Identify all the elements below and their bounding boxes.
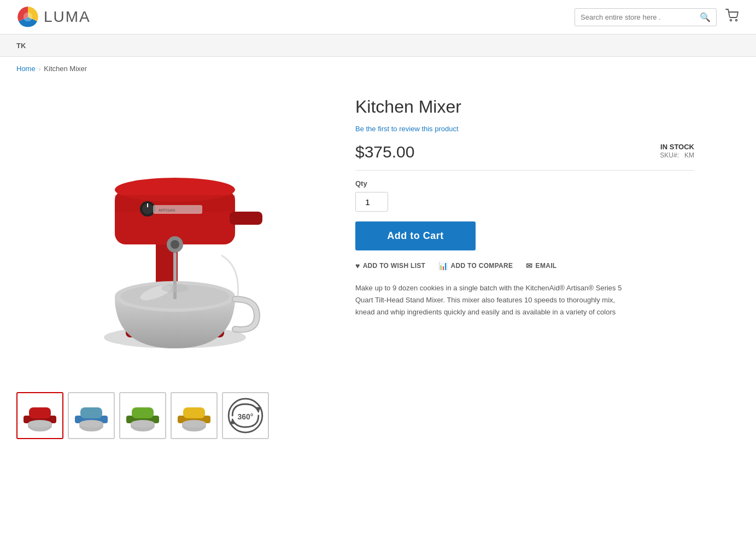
- sku-line: SKU#: KM: [660, 151, 694, 159]
- product-title: Kitchen Mixer: [355, 97, 694, 117]
- qty-input[interactable]: [355, 192, 388, 212]
- sku-value: KM: [684, 151, 694, 159]
- breadcrumb-home-link[interactable]: Home: [16, 65, 36, 73]
- search-input[interactable]: [581, 13, 700, 21]
- svg-rect-40: [183, 407, 205, 418]
- search-box[interactable]: 🔍: [575, 8, 717, 26]
- luma-logo-icon: [16, 5, 39, 28]
- site-header: LUMA 🔍: [0, 0, 756, 34]
- svg-point-42: [182, 420, 206, 428]
- cart-button[interactable]: [725, 9, 740, 25]
- stock-status: IN STOCK: [660, 143, 694, 151]
- product-image-area: ARTISAN: [16, 91, 333, 445]
- product-image-svg: ARTISAN: [71, 102, 279, 365]
- product-thumbnails: 360°: [16, 387, 333, 445]
- svg-text:ARTISAN: ARTISAN: [159, 208, 175, 212]
- cart-icon: [725, 9, 740, 22]
- qty-label: Qty: [355, 179, 694, 188]
- svg-point-26: [161, 284, 189, 293]
- thumbnail-blue[interactable]: [68, 392, 115, 439]
- product-actions: ♥ ADD TO WISH LIST 📊 ADD TO COMPARE ✉ EM…: [355, 261, 694, 270]
- compare-icon: 📊: [438, 261, 448, 270]
- svg-point-2: [730, 20, 732, 21]
- compare-label: ADD TO COMPARE: [451, 262, 513, 270]
- svg-point-30: [28, 420, 52, 428]
- svg-rect-32: [80, 407, 102, 418]
- sku-label: SKU#:: [660, 151, 679, 159]
- thumbnail-360[interactable]: 360°: [222, 392, 269, 439]
- svg-point-17: [171, 240, 179, 249]
- svg-rect-28: [29, 407, 51, 418]
- nav-user-label: TK: [16, 42, 26, 50]
- product-page: ARTISAN: [0, 80, 711, 466]
- add-to-wishlist-link[interactable]: ♥ ADD TO WISH LIST: [355, 261, 425, 270]
- navigation-bar: TK: [0, 34, 756, 57]
- svg-rect-36: [132, 407, 154, 418]
- heart-icon: ♥: [355, 261, 360, 270]
- stock-sku-area: IN STOCK SKU#: KM: [660, 143, 694, 159]
- breadcrumb: Home › Kitchen Mixer: [0, 57, 756, 80]
- logo-text: LUMA: [44, 8, 91, 26]
- product-price: $375.00: [355, 143, 414, 161]
- thumbnail-yellow[interactable]: [171, 392, 218, 439]
- svg-point-3: [736, 20, 737, 21]
- email-link[interactable]: ✉ EMAIL: [526, 261, 556, 270]
- svg-point-38: [131, 420, 155, 428]
- product-details: Kitchen Mixer Be the first to review thi…: [355, 91, 694, 445]
- search-button[interactable]: 🔍: [700, 12, 711, 22]
- add-to-compare-link[interactable]: 📊 ADD TO COMPARE: [438, 261, 513, 270]
- thumbnail-red[interactable]: [16, 392, 63, 439]
- thumbnail-green[interactable]: [119, 392, 166, 439]
- header-right: 🔍: [575, 8, 740, 26]
- price-stock-row: $375.00 IN STOCK SKU#: KM: [355, 143, 694, 171]
- svg-text:360°: 360°: [238, 412, 254, 421]
- review-link[interactable]: Be the first to review this product: [355, 125, 694, 133]
- product-main-image: ARTISAN: [16, 91, 333, 376]
- svg-rect-20: [230, 212, 262, 225]
- breadcrumb-separator: ›: [39, 66, 41, 72]
- wishlist-label: ADD TO WISH LIST: [363, 262, 426, 270]
- email-label: EMAIL: [536, 262, 557, 270]
- product-description: Make up to 9 dozen cookies in a single b…: [355, 282, 629, 318]
- add-to-cart-button[interactable]: Add to Cart: [355, 221, 476, 250]
- email-icon: ✉: [526, 261, 532, 270]
- logo-area[interactable]: LUMA: [16, 5, 91, 28]
- breadcrumb-current-page: Kitchen Mixer: [44, 65, 87, 73]
- svg-point-34: [79, 420, 103, 428]
